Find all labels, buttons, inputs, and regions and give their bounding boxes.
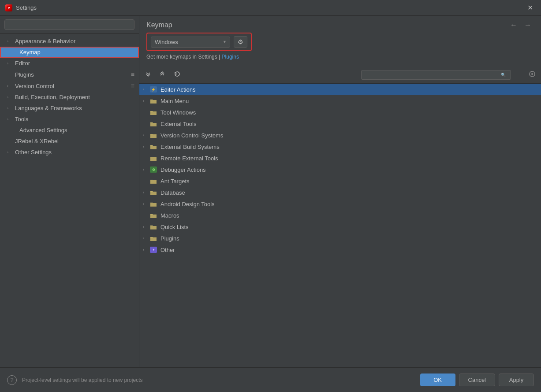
tree-item-android[interactable]: › Android Design Tools xyxy=(139,198,541,210)
tree-item-ant[interactable]: › Ant Targets xyxy=(139,175,541,187)
sidebar-item-badge: ≡ xyxy=(131,82,134,89)
keymap-gear-button[interactable]: ⚙ xyxy=(234,36,247,48)
svg-text:⚙: ⚙ xyxy=(152,168,155,172)
tree-item-label: Version Control Systems xyxy=(160,132,537,139)
action-search-input[interactable] xyxy=(361,70,511,80)
main-content: › Appearance & Behavior › Keymap › Edito… xyxy=(0,16,541,367)
sidebar-item-version-control[interactable]: › Version Control ≡ xyxy=(0,80,139,92)
close-button[interactable]: ✕ xyxy=(525,3,536,13)
tree-item-main-menu[interactable]: › Main Menu xyxy=(139,95,541,107)
sidebar-item-appearance[interactable]: › Appearance & Behavior xyxy=(0,36,139,47)
tree-item-debugger[interactable]: › ⚙ Debugger Actions xyxy=(139,164,541,175)
sidebar-items: › Appearance & Behavior › Keymap › Edito… xyxy=(0,34,139,367)
keymap-dropdown[interactable]: Windows macOS Default for XWin Eclipse E… xyxy=(151,37,230,48)
sidebar-item-build[interactable]: › Build, Execution, Deployment xyxy=(0,92,139,103)
titlebar: P Settings ✕ xyxy=(0,0,541,16)
folder-icon xyxy=(150,97,157,104)
tree-item-label: Quick Lists xyxy=(160,224,537,230)
chevron-icon: › xyxy=(143,202,148,206)
tree-item-quick-lists[interactable]: › Quick Lists xyxy=(139,221,541,233)
sidebar-item-label: Plugins xyxy=(15,71,129,78)
sidebar-search-bar xyxy=(0,16,139,34)
svg-text:P: P xyxy=(8,7,10,10)
sidebar-item-badge: ≡ xyxy=(131,71,134,78)
nav-buttons: ← → xyxy=(507,20,534,30)
sidebar-item-editor[interactable]: › Editor xyxy=(0,58,139,69)
sidebar-item-tools[interactable]: › Tools xyxy=(0,114,139,125)
sidebar-item-keymap[interactable]: › Keymap xyxy=(0,47,139,58)
footer: ? Project-level settings will be applied… xyxy=(0,367,541,392)
chevron-icon: › xyxy=(143,167,148,172)
chevron-icon: › xyxy=(7,61,11,66)
search-options-button[interactable] xyxy=(529,70,536,79)
folder-icon xyxy=(150,109,157,116)
sidebar-item-label: Build, Execution, Deployment xyxy=(15,94,134,100)
keymap-selector-area: Windows macOS Default for XWin Eclipse E… xyxy=(139,30,541,66)
sidebar-item-languages[interactable]: › Languages & Frameworks xyxy=(0,103,139,114)
keymap-selector-row: Windows macOS Default for XWin Eclipse E… xyxy=(146,33,252,51)
sidebar: › Appearance & Behavior › Keymap › Edito… xyxy=(0,16,139,367)
sidebar-item-other-settings[interactable]: › Other Settings xyxy=(0,147,139,158)
tree-item-label: Macros xyxy=(160,212,537,219)
tree-item-remote-tools[interactable]: › Remote External Tools xyxy=(139,152,541,164)
sidebar-search-input[interactable] xyxy=(4,19,134,30)
tree-item-label: Main Menu xyxy=(160,98,537,104)
sidebar-item-label: Version Control xyxy=(15,83,129,89)
sidebar-item-label: Other Settings xyxy=(15,149,134,155)
sidebar-item-label: Advanced Settings xyxy=(19,127,134,133)
restore-defaults-button[interactable] xyxy=(171,69,183,81)
tree-item-tool-windows[interactable]: › Tool Windows xyxy=(139,107,541,118)
chevron-icon: › xyxy=(143,225,148,229)
chevron-icon: › xyxy=(143,190,148,195)
keymap-tree: › ⚡ Editor Actions › Ma xyxy=(139,84,541,367)
plugins-link-prefix: Get more keymaps in Settings | xyxy=(146,54,222,60)
collapse-all-button[interactable] xyxy=(157,69,169,81)
tree-item-external-tools[interactable]: › External Tools xyxy=(139,118,541,129)
chevron-icon: › xyxy=(7,95,11,100)
sidebar-item-label: Keymap xyxy=(19,49,134,55)
tree-item-macros[interactable]: › Macros xyxy=(139,210,541,221)
tree-item-label: Other xyxy=(160,247,537,253)
chevron-icon: › xyxy=(143,133,148,137)
other-icon: ✦ xyxy=(150,246,157,253)
tree-item-editor-actions[interactable]: › ⚡ Editor Actions xyxy=(139,84,541,95)
panel-title: Keymap xyxy=(146,21,172,29)
help-button[interactable]: ? xyxy=(7,375,17,385)
folder-icon xyxy=(150,132,157,139)
folder-icon xyxy=(150,200,157,207)
cancel-button[interactable]: Cancel xyxy=(459,374,495,386)
panel-header-row: Keymap ← → xyxy=(139,16,541,30)
tree-item-label: Remote External Tools xyxy=(160,155,537,162)
apply-button[interactable]: Apply xyxy=(499,374,534,386)
tree-item-label: Tool Windows xyxy=(160,109,537,116)
folder-icon xyxy=(150,223,157,230)
sidebar-item-plugins[interactable]: › Plugins ≡ xyxy=(0,69,139,80)
tree-item-vcs[interactable]: › Version Control Systems xyxy=(139,129,541,141)
folder-icon xyxy=(150,189,157,196)
sidebar-item-jrebel[interactable]: › JRebel & XRebel xyxy=(0,136,139,147)
action-search-wrapper xyxy=(185,70,537,80)
tree-item-external-build[interactable]: › External Build Systems xyxy=(139,141,541,152)
actions-icon: ⚡ xyxy=(150,86,157,93)
tree-item-label: Database xyxy=(160,189,537,196)
sidebar-item-label: JRebel & XRebel xyxy=(15,138,134,144)
folder-icon xyxy=(150,155,157,162)
sidebar-item-label: Languages & Frameworks xyxy=(15,105,134,111)
nav-back-button[interactable]: ← xyxy=(507,20,520,30)
tree-item-label: Plugins xyxy=(160,235,537,242)
tree-item-plugins[interactable]: › Plugins xyxy=(139,233,541,244)
sidebar-item-advanced-settings[interactable]: › Advanced Settings xyxy=(0,125,139,136)
chevron-icon: › xyxy=(7,150,11,155)
plugins-link[interactable]: Plugins xyxy=(222,54,239,60)
footer-actions: OK Cancel Apply xyxy=(420,374,534,386)
sidebar-item-label: Tools xyxy=(15,116,134,122)
chevron-icon: › xyxy=(7,84,11,88)
ok-button[interactable]: OK xyxy=(420,374,455,386)
nav-forward-button[interactable]: → xyxy=(522,20,534,30)
tree-item-label: External Build Systems xyxy=(160,144,537,150)
tree-item-database[interactable]: › Database xyxy=(139,187,541,198)
chevron-icon: › xyxy=(143,248,148,252)
tree-item-other[interactable]: › ✦ Other xyxy=(139,244,541,255)
tree-item-label: Debugger Actions xyxy=(160,166,537,173)
expand-all-button[interactable] xyxy=(143,69,155,81)
